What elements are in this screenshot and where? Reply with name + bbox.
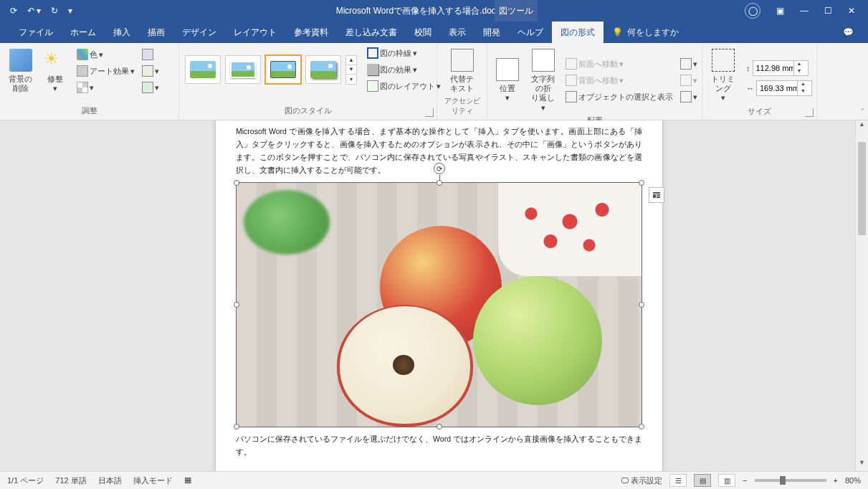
maximize-icon[interactable]: ☐	[824, 6, 832, 16]
style-option-3[interactable]	[265, 55, 301, 84]
tab-view[interactable]: 表示	[440, 22, 474, 43]
status-words[interactable]: 712 単語	[55, 475, 86, 486]
style-option-2[interactable]	[225, 55, 261, 84]
close-icon[interactable]: ✕	[848, 6, 855, 16]
remove-background-button[interactable]: 背景の 削除	[4, 46, 37, 96]
handle-tr[interactable]	[639, 180, 644, 186]
status-mode[interactable]: 挿入モード	[133, 475, 173, 486]
group-button[interactable]: ▾	[680, 73, 697, 87]
ribbon: 背景の 削除 ☀ 修整▾ 色 ▾ アート効果 ▾ ▾ ▾ ▾ 調整	[0, 43, 868, 120]
page[interactable]: Microsoft Word で画像を挿入する場合、まず基本的な操作として「挿入…	[215, 120, 663, 471]
crop-button[interactable]: トリミング▾	[707, 46, 739, 106]
display-settings-button[interactable]: 🖵 表示設定	[621, 475, 662, 486]
zoom-level[interactable]: 80%	[845, 476, 861, 485]
width-input[interactable]	[757, 84, 797, 92]
ribbon-display-icon[interactable]: ▣	[776, 6, 784, 16]
handle-r[interactable]	[639, 302, 644, 308]
tab-review[interactable]: 校閲	[406, 22, 440, 43]
alt-text-button[interactable]: 代替テ キスト	[442, 46, 482, 96]
tab-help[interactable]: ヘルプ	[509, 22, 552, 43]
group-accessibility: 代替テ キスト アクセシビリティ	[437, 43, 487, 120]
reset-picture-button[interactable]: ▾	[142, 80, 159, 95]
align-button[interactable]: ▾	[680, 57, 697, 71]
group-picture-styles: ▲▼▾ 図の枠線 ▾ 図の効果 ▾ 図のレイアウト ▾ 図のスタイル	[179, 43, 437, 120]
read-mode-icon[interactable]: ☰	[669, 474, 687, 487]
share-icon[interactable]: 💬	[843, 27, 868, 37]
autosave-icon[interactable]: ⟳	[10, 6, 17, 16]
rotate-handle-icon[interactable]: ⟳	[434, 163, 445, 174]
styles-dialog-launcher[interactable]	[425, 108, 434, 117]
group-size-label: サイズ	[707, 106, 812, 119]
context-tab-picture-tools: 図ツール	[495, 0, 538, 22]
document-area: Microsoft Word で画像を挿入する場合、まず基本的な操作として「挿入…	[0, 120, 868, 471]
group-size: トリミング▾ ↕ ▲▼ ↔ ▲▼ サイズ	[702, 43, 817, 120]
tell-me[interactable]: 💡 何をしますか	[604, 27, 679, 39]
selection-pane-button[interactable]: オブジェクトの選択と表示	[566, 90, 673, 104]
tab-layout[interactable]: レイアウト	[225, 22, 285, 43]
tab-file[interactable]: ファイル	[10, 22, 62, 43]
height-input[interactable]	[753, 64, 793, 72]
scroll-up-icon[interactable]: ▲	[856, 120, 868, 133]
wrap-text-button[interactable]: 文字列の折 り返し ▾	[526, 46, 560, 115]
account-icon[interactable]: ◯	[745, 3, 760, 19]
tab-picture-format[interactable]: 図の形式	[552, 22, 604, 43]
handle-b[interactable]	[437, 424, 442, 429]
corrections-button[interactable]: ☀ 修整▾	[39, 46, 71, 96]
svg-rect-0	[653, 192, 660, 194]
color-button[interactable]: 色 ▾	[77, 47, 135, 62]
height-spinner[interactable]: ▲▼	[753, 60, 809, 76]
picture-styles-gallery[interactable]: ▲▼▾	[183, 52, 358, 87]
zoom-knob[interactable]	[780, 476, 786, 485]
tab-insert[interactable]: 挿入	[105, 22, 139, 43]
bring-forward-button[interactable]: 前面へ移動 ▾	[566, 57, 673, 71]
style-option-4[interactable]	[305, 55, 341, 84]
scroll-thumb[interactable]	[858, 142, 866, 235]
web-layout-icon[interactable]: ▥	[718, 474, 735, 487]
tab-draw[interactable]: 描画	[139, 22, 173, 43]
tab-design[interactable]: デザイン	[173, 22, 225, 43]
tab-mailings[interactable]: 差し込み文書	[337, 22, 406, 43]
handle-br[interactable]	[639, 424, 644, 429]
scroll-down-icon[interactable]: ▼	[856, 459, 868, 471]
rotate-button[interactable]: ▾	[680, 90, 697, 104]
paragraph-2[interactable]: パソコンに保存されているファイルを選ぶだけでなく、Word ではオンラインから直…	[236, 433, 642, 459]
ribbon-tabs: ファイル ホーム 挿入 描画 デザイン レイアウト 参考資料 差し込み文書 校閲…	[0, 22, 868, 43]
picture-effects-button[interactable]: 図の効果 ▾	[367, 62, 441, 77]
zoom-slider[interactable]	[755, 479, 826, 482]
compress-pictures-button[interactable]	[142, 47, 159, 62]
tab-references[interactable]: 参考資料	[285, 22, 337, 43]
width-icon: ↔	[746, 84, 754, 92]
handle-t[interactable]	[437, 180, 442, 186]
picture-layout-button[interactable]: 図のレイアウト ▾	[367, 79, 441, 93]
status-page[interactable]: 1/1 ページ	[7, 475, 44, 486]
layout-options-icon[interactable]	[649, 187, 664, 203]
zoom-in-icon[interactable]: +	[834, 476, 838, 485]
send-backward-button[interactable]: 背面へ移動 ▾	[566, 73, 673, 87]
macro-icon[interactable]: ▦	[184, 475, 191, 486]
tab-home[interactable]: ホーム	[62, 22, 105, 43]
size-dialog-launcher[interactable]	[805, 108, 814, 117]
height-icon: ↕	[746, 64, 750, 72]
qat-customize-icon[interactable]: ▾	[68, 6, 72, 16]
collapse-ribbon-icon[interactable]: ˆ	[862, 108, 864, 116]
status-language[interactable]: 日本語	[98, 475, 122, 486]
handle-bl[interactable]	[234, 424, 239, 429]
change-picture-button[interactable]: ▾	[142, 64, 159, 78]
redo-icon[interactable]: ↻	[51, 6, 58, 16]
transparency-button[interactable]: ▾	[77, 80, 135, 95]
gallery-scroll[interactable]: ▲▼▾	[345, 55, 357, 85]
minimize-icon[interactable]: —	[800, 6, 809, 16]
position-button[interactable]: 位置▾	[492, 55, 523, 105]
print-layout-icon[interactable]: ▤	[694, 474, 711, 487]
vertical-scrollbar[interactable]: ▲ ▼	[855, 120, 868, 471]
style-option-1[interactable]	[185, 55, 221, 84]
width-spinner[interactable]: ▲▼	[756, 80, 812, 96]
group-arrange: 位置▾ 文字列の折 り返し ▾ 前面へ移動 ▾ 背面へ移動 ▾ オブジェクトの選…	[487, 43, 702, 120]
undo-icon[interactable]: ↶ ▾	[27, 6, 41, 16]
group-styles-label: 図のスタイル	[183, 105, 432, 118]
tab-developer[interactable]: 開発	[474, 22, 509, 43]
picture-border-button[interactable]: 図の枠線 ▾	[367, 46, 441, 60]
zoom-out-icon[interactable]: −	[743, 476, 747, 485]
artistic-effects-button[interactable]: アート効果 ▾	[77, 64, 135, 78]
selected-picture[interactable]: ⟳	[236, 182, 642, 427]
